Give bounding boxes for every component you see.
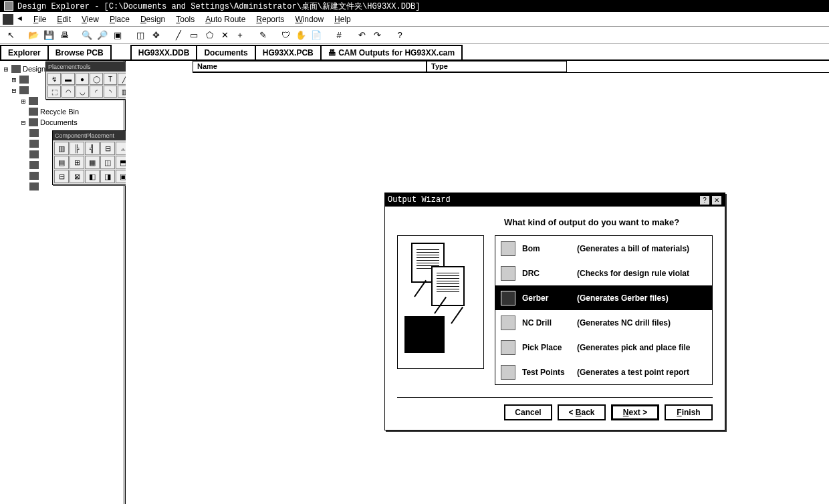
toolbar-poly-icon[interactable]: ⬠ <box>203 29 216 42</box>
ft2-btn[interactable]: ⊞ <box>70 156 84 169</box>
option-desc: (Checks for design rule violat <box>577 269 707 278</box>
toolbar-move-icon[interactable]: ✥ <box>149 29 162 42</box>
ft2-btn[interactable]: ▦ <box>85 156 100 169</box>
output-option-bom[interactable]: Bom(Generates a bill of materials) <box>495 236 712 261</box>
toolbar-plus-icon[interactable]: + <box>233 29 247 42</box>
ft2-btn[interactable]: ⊠ <box>70 170 84 183</box>
tab-pcb[interactable]: HG93XX.PCB <box>255 45 322 59</box>
option-icon <box>501 266 515 281</box>
dialog-illustration <box>397 235 484 369</box>
tree-recycle-label: Recycle Bin <box>40 108 79 116</box>
menu-help[interactable]: Help <box>330 13 355 25</box>
col-type[interactable]: Type <box>427 61 567 72</box>
dialog-title: Output Wizard <box>388 195 451 205</box>
menu-file[interactable]: File <box>29 13 50 25</box>
explorer-panel: ⊞ Design ⊞ ⊟ ⊞ Recycle Bin ⊟ Documents <box>0 61 126 504</box>
output-option-test-points[interactable]: Test Points(Generates a test point repor… <box>495 360 712 384</box>
ft1-btn[interactable]: ◝ <box>104 86 117 98</box>
option-icon <box>501 365 515 380</box>
toolbar-grid-icon[interactable]: # <box>332 29 346 42</box>
option-name: NC Drill <box>522 318 570 328</box>
ft2-btn[interactable]: ▤ <box>54 156 69 169</box>
toolbar-zoomin-icon[interactable]: 🔍 <box>80 29 94 42</box>
ft1-btn[interactable]: ◠ <box>62 86 75 98</box>
menu-edit[interactable]: Edit <box>53 13 75 25</box>
ft1-btn[interactable]: ↯ <box>47 73 61 85</box>
tab-browse-pcb[interactable]: Browse PCB <box>47 45 112 59</box>
tab-cam-outputs[interactable]: 🖶 CAM Outputs for HG93XX.cam <box>320 45 463 59</box>
toolbar-brush-icon[interactable]: ✎ <box>256 29 269 42</box>
dialog-titlebar[interactable]: Output Wizard ? ✕ <box>385 193 725 207</box>
tree-documents-label: Documents <box>40 118 78 126</box>
toolbar-rect-icon[interactable]: ▭ <box>187 29 201 42</box>
option-desc: (Generates a test point report <box>577 368 707 377</box>
ft1-btn[interactable]: ▬ <box>62 73 75 85</box>
list-header: Name Type <box>193 61 829 73</box>
tree-recycle-bin[interactable]: Recycle Bin <box>1 106 122 117</box>
toolbar-open-icon[interactable]: 📂 <box>27 29 40 42</box>
ft2-btn[interactable]: ◨ <box>100 170 115 183</box>
option-name: Bom <box>522 244 570 253</box>
close-icon[interactable]: ✕ <box>711 195 722 205</box>
app-icon <box>4 1 13 11</box>
toolbar-cross-icon[interactable]: ✕ <box>218 29 231 42</box>
arrow-left-icon[interactable]: ◄ <box>16 14 27 25</box>
menu-place[interactable]: Place <box>106 13 134 25</box>
toolbar-hand-icon[interactable]: ✋ <box>294 29 308 42</box>
toolbar-shield-icon[interactable]: 🛡 <box>279 29 292 42</box>
ft1-btn[interactable]: ● <box>76 73 89 85</box>
toolbar-zoomout-icon[interactable]: 🔎 <box>96 29 109 42</box>
output-option-nc-drill[interactable]: NC Drill(Generates NC drill files) <box>495 310 712 335</box>
option-name: Test Points <box>522 368 570 377</box>
next-button[interactable]: Next > <box>611 404 659 420</box>
tree-root-label: Design <box>23 65 45 73</box>
option-desc: (Generates a bill of materials) <box>577 244 707 253</box>
toolbar-print-icon[interactable]: 🖶 <box>57 29 71 42</box>
back-button[interactable]: < Back <box>558 404 606 420</box>
menu-view[interactable]: View <box>78 13 103 25</box>
output-option-drc[interactable]: DRC(Checks for design rule violat <box>495 261 712 285</box>
window-title: Design Explorer - [C:\Documents and Sett… <box>17 1 420 12</box>
ft1-btn[interactable]: ⬚ <box>47 86 61 98</box>
menu-tools[interactable]: Tools <box>172 13 199 25</box>
col-name[interactable]: Name <box>193 61 427 72</box>
toolbar-redo-icon[interactable]: ↷ <box>370 29 384 42</box>
help-icon[interactable]: ? <box>699 195 710 205</box>
ft1-btn[interactable]: ◜ <box>90 86 103 98</box>
toolbar-select-icon[interactable]: ◫ <box>134 29 147 42</box>
output-option-pick-place[interactable]: Pick Place(Generates pick and place file <box>495 335 712 360</box>
ft2-btn[interactable]: ◧ <box>85 170 100 183</box>
cancel-button[interactable]: Cancel <box>504 404 552 420</box>
ft2-btn[interactable]: ▥ <box>54 142 69 155</box>
ft1-btn[interactable]: ◯ <box>90 73 103 85</box>
finish-button[interactable]: Finish <box>665 404 713 420</box>
output-option-gerber[interactable]: Gerber(Generates Gerber files) <box>495 285 712 310</box>
toolbar-save-icon[interactable]: 💾 <box>42 29 55 42</box>
toolbar: ↖ 📂 💾 🖶 🔍 🔎 ▣ ◫ ✥ ╱ ▭ ⬠ ✕ + ✎ 🛡 ✋ 📄 # ↶ … <box>0 27 829 44</box>
menubar: ◄ File Edit View Place Design Tools Auto… <box>0 12 829 27</box>
tab-ddb[interactable]: HG93XX.DDB <box>130 45 198 59</box>
ft2-btn[interactable]: ◫ <box>100 156 115 169</box>
option-icon <box>501 291 515 305</box>
tab-documents[interactable]: Documents <box>196 45 255 59</box>
ft2-btn[interactable]: ╣ <box>85 142 100 155</box>
toolbar-pointer-icon[interactable]: ↖ <box>4 29 17 42</box>
ft2-btn[interactable]: ⊟ <box>100 142 115 155</box>
menu-autoroute[interactable]: Auto Route <box>201 13 249 25</box>
option-icon <box>501 316 515 330</box>
toolbar-fit-icon[interactable]: ▣ <box>111 29 124 42</box>
tab-explorer[interactable]: Explorer <box>0 45 49 59</box>
toolbar-help-icon[interactable]: ? <box>393 29 406 42</box>
option-name: Pick Place <box>522 343 570 352</box>
menu-design[interactable]: Design <box>136 13 169 25</box>
toolbar-doc-icon[interactable]: 📄 <box>310 29 323 42</box>
ft1-btn[interactable]: ◡ <box>76 86 89 98</box>
tree-documents[interactable]: ⊟ Documents <box>1 117 122 128</box>
toolbar-line-icon[interactable]: ╱ <box>172 29 185 42</box>
ft2-btn[interactable]: ⊟ <box>54 170 69 183</box>
toolbar-undo-icon[interactable]: ↶ <box>355 29 368 42</box>
ft2-btn[interactable]: ╠ <box>70 142 84 155</box>
ft1-btn[interactable]: T <box>104 73 117 85</box>
menu-reports[interactable]: Reports <box>252 13 288 25</box>
menu-window[interactable]: Window <box>291 13 328 25</box>
